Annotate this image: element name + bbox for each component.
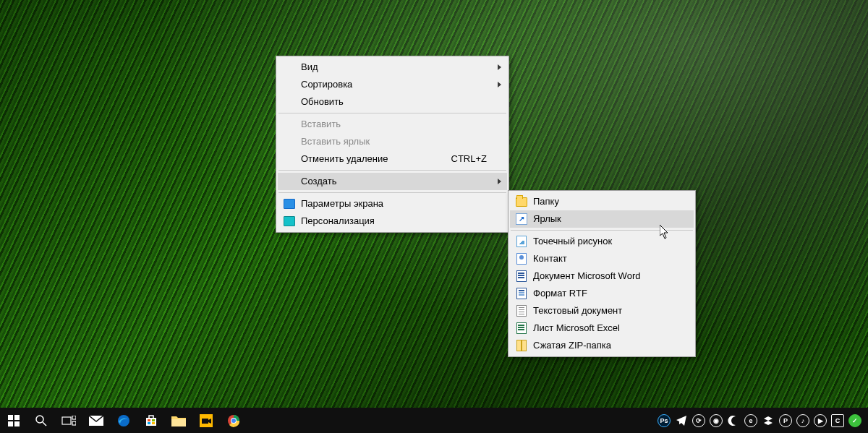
chevron-right-icon xyxy=(498,82,501,87)
menu-item-label: Обновить xyxy=(301,93,344,111)
tray-play-icon[interactable]: ▶ xyxy=(812,408,829,433)
tray-update-icon[interactable]: ⟳ xyxy=(690,408,707,433)
store-app-button[interactable] xyxy=(137,408,165,433)
tray-volume-icon[interactable]: ♪ xyxy=(794,408,812,433)
svg-point-21 xyxy=(231,419,236,423)
tray-ps-icon[interactable]: Ps xyxy=(655,408,673,433)
svg-rect-6 xyxy=(62,417,71,424)
tray-telegram-icon[interactable] xyxy=(673,408,690,433)
svg-rect-0 xyxy=(8,415,13,420)
folder-icon xyxy=(516,196,527,207)
word-icon xyxy=(516,270,527,282)
menu-separator xyxy=(511,230,693,231)
svg-rect-8 xyxy=(72,421,76,425)
menu-item-label: Вставить ярлык xyxy=(301,133,370,150)
menu-item-label: Сжатая ZIP-папка xyxy=(533,337,611,354)
svg-rect-14 xyxy=(148,422,150,424)
menu-separator xyxy=(278,170,506,171)
tray-green-icon[interactable]: ✓ xyxy=(846,408,864,433)
chevron-right-icon xyxy=(498,179,501,184)
submenu-item-shortcut[interactable]: Ярлык xyxy=(510,210,694,228)
tray-p-icon[interactable]: P xyxy=(777,408,794,433)
menu-item-label: Сортировка xyxy=(301,76,352,93)
menu-item-refresh[interactable]: Обновить xyxy=(278,93,507,111)
text-icon xyxy=(516,305,527,317)
svg-line-5 xyxy=(43,422,46,426)
explorer-app-button[interactable] xyxy=(165,408,192,433)
menu-item-label: Вставить xyxy=(301,116,341,133)
menu-item-sort[interactable]: Сортировка xyxy=(278,76,507,93)
tray-moon-icon[interactable] xyxy=(725,408,742,433)
taskview-button[interactable] xyxy=(55,408,82,433)
excel-icon xyxy=(516,322,527,334)
search-button[interactable] xyxy=(27,408,55,433)
menu-item-label: Персонализация xyxy=(301,213,375,230)
svg-rect-15 xyxy=(152,422,155,424)
svg-rect-12 xyxy=(148,419,150,421)
submenu-item-word[interactable]: Документ Microsoft Word xyxy=(510,267,694,285)
desktop-context-menu: Вид Сортировка Обновить Вставить Вставит… xyxy=(276,56,509,233)
display-icon xyxy=(284,198,295,210)
menu-item-label: Параметры экрана xyxy=(301,195,383,213)
bitmap-icon xyxy=(516,236,527,247)
menu-item-view[interactable]: Вид xyxy=(278,59,507,76)
menu-item-label: Ярлык xyxy=(533,210,561,228)
menu-item-new[interactable]: Создать xyxy=(278,173,507,190)
taskbar: Ps ⟳ ◉ e P ♪ ▶ C ✓ xyxy=(0,408,868,433)
rtf-icon xyxy=(516,288,527,299)
tray-stack-icon[interactable] xyxy=(760,408,777,433)
menu-item-label: Папку xyxy=(533,193,559,210)
menu-item-label: Отменить удаление xyxy=(301,150,388,168)
submenu-item-text[interactable]: Текстовый документ xyxy=(510,302,694,320)
personalize-icon xyxy=(284,215,295,227)
svg-rect-11 xyxy=(146,418,156,426)
mail-app-button[interactable] xyxy=(82,408,110,433)
submenu-item-bitmap[interactable]: Точечный рисунок xyxy=(510,233,694,250)
zip-icon xyxy=(516,340,527,351)
svg-rect-7 xyxy=(72,416,76,419)
menu-item-paste-shortcut: Вставить ярлык xyxy=(278,133,507,150)
chrome-app-button[interactable] xyxy=(220,408,247,433)
new-submenu: Папку Ярлык Точечный рисунок Контакт Док… xyxy=(508,190,696,357)
taskbar-tray: Ps ⟳ ◉ e P ♪ ▶ C ✓ xyxy=(655,408,868,433)
svg-rect-13 xyxy=(152,419,155,421)
chevron-right-icon xyxy=(498,64,501,70)
menu-item-undo-delete[interactable]: Отменить удаление CTRL+Z xyxy=(278,150,507,168)
tray-eset-icon[interactable]: e xyxy=(742,408,760,433)
menu-separator xyxy=(278,192,506,193)
menu-item-display-settings[interactable]: Параметры экрана xyxy=(278,195,507,213)
menu-item-label: Документ Microsoft Word xyxy=(533,267,640,285)
svg-rect-1 xyxy=(14,415,20,420)
svg-rect-18 xyxy=(202,419,208,424)
menu-item-shortcut: CTRL+Z xyxy=(451,150,487,168)
svg-rect-3 xyxy=(14,421,20,426)
taskbar-left xyxy=(0,408,247,433)
tray-chrome-outline-icon[interactable]: ◉ xyxy=(707,408,725,433)
svg-rect-2 xyxy=(8,421,13,426)
tray-c-icon[interactable]: C xyxy=(829,408,846,433)
submenu-item-rtf[interactable]: Формат RTF xyxy=(510,285,694,302)
shortcut-icon xyxy=(516,213,527,225)
menu-item-label: Создать xyxy=(301,173,336,190)
submenu-item-excel[interactable]: Лист Microsoft Excel xyxy=(510,320,694,337)
edge-app-button[interactable] xyxy=(110,408,137,433)
submenu-item-folder[interactable]: Папку xyxy=(510,193,694,210)
menu-item-label: Точечный рисунок xyxy=(533,233,612,250)
submenu-item-zip[interactable]: Сжатая ZIP-папка xyxy=(510,337,694,354)
menu-item-paste: Вставить xyxy=(278,116,507,133)
menu-item-label: Вид xyxy=(301,59,318,76)
menu-item-label: Текстовый документ xyxy=(533,302,622,320)
menu-item-label: Контакт xyxy=(533,250,567,267)
video-app-button[interactable] xyxy=(192,408,220,433)
start-button[interactable] xyxy=(0,408,27,433)
svg-rect-16 xyxy=(171,419,186,426)
menu-separator xyxy=(278,113,506,113)
contact-icon xyxy=(516,253,527,265)
menu-item-personalize[interactable]: Персонализация xyxy=(278,213,507,230)
submenu-item-contact[interactable]: Контакт xyxy=(510,250,694,267)
svg-point-4 xyxy=(36,416,43,423)
menu-item-label: Формат RTF xyxy=(533,285,587,302)
menu-item-label: Лист Microsoft Excel xyxy=(533,320,620,337)
